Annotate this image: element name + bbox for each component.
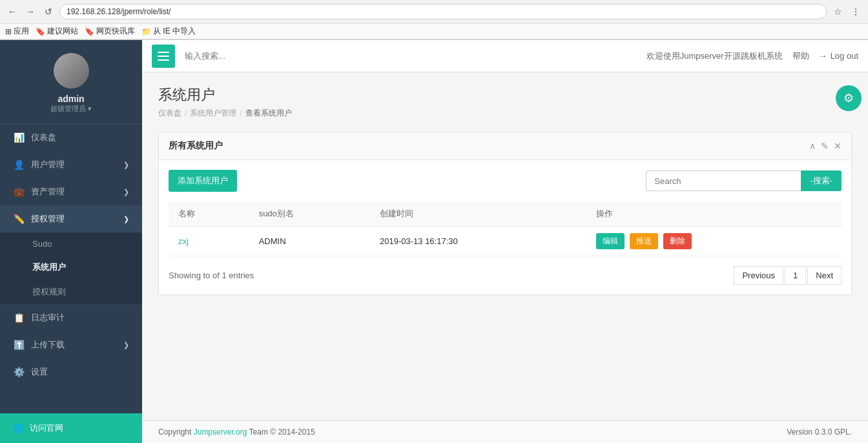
sidebar-item-label: 上传下载: [31, 339, 65, 351]
breadcrumb-system-user-mgmt[interactable]: 系统用户管理: [190, 108, 236, 119]
sidebar-subitem-label: 系统用户: [32, 262, 66, 273]
sidebar-item-asset-mgmt[interactable]: 💼 资产管理 ❯: [0, 178, 142, 205]
breadcrumb-current: 查看系统用户: [245, 108, 292, 119]
edit-button[interactable]: 编辑: [596, 233, 625, 249]
chevron-right-icon: ❯: [123, 161, 129, 169]
browser-bookmarks: ⊞ 应用 🔖 建议网站 🔖 网页快讯库 📁 从 IE 中导入: [0, 24, 868, 39]
delete-button[interactable]: 删除: [663, 233, 692, 249]
table-row: zxj ADMIN 2019-03-13 16:17:30 编辑 推送 删除: [169, 227, 842, 256]
col-created-at: 创建时间: [370, 201, 586, 227]
add-system-user-button[interactable]: 添加系统用户: [169, 170, 237, 192]
search-input[interactable]: [646, 170, 801, 191]
sidebar-footer-visit[interactable]: 🌐 访问官网: [0, 413, 142, 443]
card-title: 所有系统用户: [169, 140, 223, 152]
bookmark-apps[interactable]: ⊞ 应用: [5, 26, 29, 37]
col-sudo-alias: sudo别名: [249, 201, 370, 227]
breadcrumb: 仪表盘 / 系统用户管理 / 查看系统用户: [158, 108, 852, 119]
sidebar-item-auth-rule[interactable]: 授权规则: [0, 280, 142, 304]
sidebar-item-dashboard[interactable]: 📊 仪表盘: [0, 124, 142, 151]
logout-button[interactable]: → Log out: [819, 51, 858, 61]
settings-icon: ⚙️: [13, 367, 25, 377]
card-header: 所有系统用户 ∧ ✎ ✕: [159, 132, 851, 160]
menu-icon: [158, 52, 169, 61]
avatar: [54, 53, 89, 88]
welcome-text: 欢迎使用Jumpserver开源跳板机系统: [646, 50, 783, 62]
app-container: admin 超级管理员 ▾ 📊 仪表盘 👤 用户管理 ❯ 💼 资产管理 ❯ ✏️…: [0, 40, 868, 443]
cell-actions: 编辑 推送 删除: [586, 227, 842, 256]
sidebar-item-label: 仪表盘: [31, 132, 56, 143]
table-toolbar: 添加系统用户 -搜索-: [169, 170, 842, 192]
pagination: Previous 1 Next: [734, 266, 842, 285]
browser-toolbar: ← → ↺ ☆ ⋮: [0, 0, 868, 24]
chevron-right-icon: ❯: [123, 341, 129, 349]
sidebar-item-label: 用户管理: [31, 159, 65, 170]
push-button[interactable]: 推送: [630, 233, 658, 249]
chevron-down-icon: ❯: [123, 215, 129, 223]
close-icon[interactable]: ✕: [834, 141, 842, 151]
forward-button[interactable]: →: [23, 5, 37, 19]
search-button[interactable]: -搜索-: [801, 170, 842, 191]
sidebar-item-settings[interactable]: ⚙️ 设置: [0, 358, 142, 386]
search-area: -搜索-: [646, 170, 842, 191]
collapse-icon[interactable]: ∧: [809, 141, 816, 151]
card-header-actions: ∧ ✎ ✕: [809, 141, 842, 151]
header-search-input[interactable]: [181, 48, 375, 64]
sidebar-item-user-mgmt[interactable]: 👤 用户管理 ❯: [0, 151, 142, 178]
profile-role[interactable]: 超级管理员 ▾: [50, 104, 92, 114]
sidebar-subitem-label: 授权规则: [32, 286, 66, 298]
cell-name: zxj: [169, 227, 249, 256]
sidebar-nav: 📊 仪表盘 👤 用户管理 ❯ 💼 资产管理 ❯ ✏️ 授权管理 ❯ Sudo: [0, 124, 142, 413]
page-title: 系统用户: [158, 85, 852, 105]
gear-icon: ⚙: [843, 91, 854, 105]
system-users-table: 名称 sudo别名 创建时间 操作 zxj ADMIN: [169, 201, 842, 256]
main-content: 欢迎使用Jumpserver开源跳板机系统 帮助 → Log out ⚙ 系统用…: [142, 40, 868, 443]
edit-icon[interactable]: ✎: [821, 141, 829, 151]
bookmark-webclip[interactable]: 🔖 网页快讯库: [85, 26, 135, 37]
profile-name: admin: [57, 94, 84, 104]
header-right: 欢迎使用Jumpserver开源跳板机系统 帮助 → Log out: [646, 50, 858, 62]
next-button[interactable]: Next: [807, 266, 842, 285]
sidebar-item-label: 设置: [31, 366, 48, 378]
sidebar-item-auth-mgmt[interactable]: ✏️ 授权管理 ❯: [0, 205, 142, 232]
hamburger-button[interactable]: [152, 45, 175, 68]
cell-created-at: 2019-03-13 16:17:30: [370, 227, 586, 256]
bookmark-import-ie[interactable]: 📁 从 IE 中导入: [141, 26, 196, 37]
breadcrumb-dashboard[interactable]: 仪表盘: [158, 108, 181, 119]
sidebar-item-sudo[interactable]: Sudo: [0, 232, 142, 255]
sidebar-item-system-user[interactable]: 系统用户: [0, 255, 142, 280]
bookmark-star-button[interactable]: ☆: [831, 5, 845, 19]
sidebar-item-label: 日志审计: [31, 312, 65, 324]
previous-button[interactable]: Previous: [734, 266, 783, 285]
sidebar-item-upload-download[interactable]: ⬆️ 上传下载 ❯: [0, 331, 142, 358]
sidebar-item-log-audit[interactable]: 📋 日志审计: [0, 304, 142, 331]
back-button[interactable]: ←: [5, 5, 19, 19]
floating-settings-button[interactable]: ⚙: [836, 85, 862, 111]
col-name: 名称: [169, 201, 249, 227]
footer-org-link[interactable]: Jumpserver.org: [194, 428, 247, 437]
logout-icon: →: [819, 51, 827, 61]
breadcrumb-sep-1: /: [185, 109, 187, 118]
globe-icon: 🌐: [13, 424, 23, 433]
browser-menu-button[interactable]: ⋮: [849, 5, 863, 19]
cell-sudo-alias: ADMIN: [249, 227, 370, 256]
upload-download-icon: ⬆️: [13, 340, 25, 350]
url-bar[interactable]: [59, 4, 827, 19]
avatar-image: [54, 53, 89, 88]
dashboard-icon: 📊: [13, 132, 25, 143]
sidebar-item-label: 授权管理: [31, 213, 65, 225]
footer-copyright: Copyright Jumpserver.org Team © 2014-201…: [158, 428, 315, 437]
sidebar: admin 超级管理员 ▾ 📊 仪表盘 👤 用户管理 ❯ 💼 资产管理 ❯ ✏️…: [0, 40, 142, 443]
bookmark-suggested[interactable]: 🔖 建议网站: [36, 26, 78, 37]
footer-version: Version 0.3.0 GPL.: [787, 428, 852, 437]
top-header: 欢迎使用Jumpserver开源跳板机系统 帮助 → Log out: [142, 40, 868, 72]
table-header-row: 名称 sudo别名 创建时间 操作: [169, 201, 842, 227]
page-body: ⚙ 系统用户 仪表盘 / 系统用户管理 / 查看系统用户 所有系统用户 ∧ ✎ …: [142, 72, 868, 420]
refresh-button[interactable]: ↺: [41, 5, 56, 19]
chevron-right-icon: ❯: [123, 188, 129, 196]
page-number: 1: [785, 266, 806, 285]
browser-chrome: ← → ↺ ☆ ⋮ ⊞ 应用 🔖 建议网站 🔖 网页快讯库 📁 从 IE 中导入: [0, 0, 868, 40]
logout-label: Log out: [831, 51, 858, 61]
col-actions: 操作: [586, 201, 842, 227]
help-link[interactable]: 帮助: [792, 50, 809, 62]
user-name-link[interactable]: zxj: [178, 236, 189, 246]
